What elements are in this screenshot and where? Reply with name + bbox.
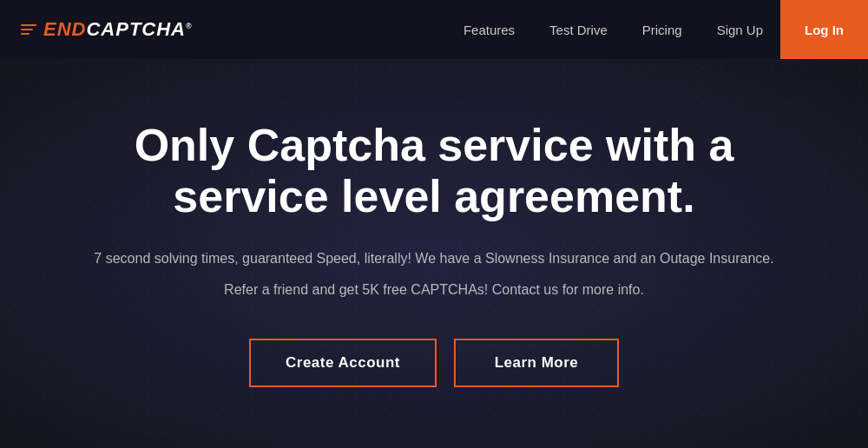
logo: ENDCAPTCHA®: [21, 18, 193, 41]
logo-line-2: [21, 29, 33, 30]
hero-section: Only Captcha service with a service leve…: [0, 59, 868, 448]
create-account-button[interactable]: Create Account: [249, 339, 437, 387]
nav-item-pricing[interactable]: Pricing: [625, 0, 700, 59]
logo-end: END: [43, 18, 86, 40]
hero-buttons: Create Account Learn More: [249, 339, 619, 387]
logo-lines-icon: [21, 24, 36, 35]
logo-captcha: CAPTCHA: [86, 18, 186, 40]
logo-line-3: [21, 33, 30, 35]
logo-text: ENDCAPTCHA®: [43, 18, 193, 41]
nav-item-test-drive[interactable]: Test Drive: [532, 0, 625, 59]
hero-heading: Only Captcha service with a service leve…: [78, 120, 790, 224]
nav-item-features[interactable]: Features: [446, 0, 532, 59]
logo-line-1: [21, 24, 36, 26]
nav-links: Features Test Drive Pricing Sign Up Log …: [446, 0, 868, 59]
navbar: ENDCAPTCHA® Features Test Drive Pricing …: [0, 0, 868, 59]
learn-more-button[interactable]: Learn More: [454, 339, 619, 387]
login-button[interactable]: Log In: [780, 0, 868, 59]
hero-subtext-2: Refer a friend and get 5K free CAPTCHAs!…: [224, 279, 644, 301]
nav-item-sign-up[interactable]: Sign Up: [700, 0, 780, 59]
logo-tm: ®: [186, 22, 193, 30]
hero-subtext-1: 7 second solving times, guaranteed Speed…: [94, 247, 773, 270]
